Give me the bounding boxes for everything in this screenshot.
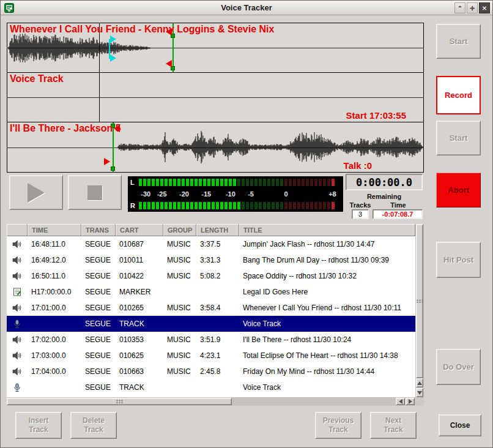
log-row[interactable]: 17:02:00.0SEGUE010353MUSIC3:51.9I'll Be … [7,332,415,348]
audio-icon [7,268,28,284]
meter-led [332,179,335,186]
meter-scale-label: -10 [226,190,235,198]
track1-panel[interactable]: Whenever I Call You Friend - Kenny Loggi… [7,23,423,73]
track2-panel[interactable]: Voice Track Start 17:03:55 [7,73,423,122]
meter-led [310,202,313,209]
down-arrow-icon [417,391,422,395]
pin-button[interactable]: ✛ [467,2,478,13]
meter-led [297,202,300,209]
scroll-left-button[interactable] [396,398,405,405]
log-cell: SEGUE [81,300,116,316]
segue-arrow-bottom-icon[interactable] [166,60,172,67]
meter-led [160,179,163,186]
meter-led [284,179,287,186]
track-icon [7,379,28,395]
meter-led [306,179,309,186]
column-header-cart: CART [116,224,163,236]
next-track-button[interactable]: Next Track [370,412,417,439]
fade-marker-bottom-icon[interactable] [110,54,116,62]
meter-led [190,179,193,186]
meter-right-leds [139,202,335,209]
fade-marker-top-icon[interactable] [110,35,116,43]
shade-button[interactable]: ⌃ [454,2,465,13]
log-row[interactable]: 16:48:11.0SEGUE010687MUSIC3:37.5Jumpin' … [7,236,415,252]
meter-led [216,202,219,209]
meter-led [169,179,172,186]
meter-led [220,179,223,186]
log-row[interactable]: 16:49:12.0SEGUE010011MUSIC3:31.3Bang The… [7,252,415,268]
log-cell: 010011 [116,252,163,268]
meter-led [267,202,270,209]
meter-scale-label: +8 [328,190,336,198]
meter-led [190,202,193,209]
log-row[interactable]: 17:04:00.0SEGUE010663MUSIC2:45.8Friday O… [7,364,415,379]
log-cell: SEGUE [81,332,116,348]
log-cell: Jumpin' Jack Flash -- rdhost 11/30 14:47 [239,236,415,252]
log-cell: TRACK [116,316,163,332]
meter-scale-label: -30 [141,190,150,198]
log-cell: 010663 [116,364,163,379]
log-row[interactable]: H17:00:00.0SEGUEMARKERLegal ID Goes Here [7,284,415,300]
vertical-scrollbar[interactable] [415,224,424,397]
meter-led [229,202,232,209]
play-icon [28,183,45,203]
close-button[interactable]: Close [439,414,481,436]
meter-led [182,179,185,186]
vertical-scrollbar-thumb[interactable] [416,224,423,378]
log-row[interactable]: SEGUETRACKVoice Track [7,316,415,332]
insert-track-button[interactable]: Insert Track [15,412,62,439]
track3-talk-time: Talk :0 [344,160,372,171]
horizontal-scrollbar-thumb[interactable] [7,398,232,405]
meter-led [195,202,198,209]
log-row[interactable]: 16:50:11.0SEGUE010422MUSIC5:08.2Space Od… [7,268,415,284]
log-cell: I'll Be There -- rdhost 11/30 10:24 [239,332,415,348]
meter-led [293,202,296,209]
track-display: Whenever I Call You Friend - Kenny Loggi… [7,23,424,173]
record-button[interactable]: Record [436,76,481,114]
meter-led [143,202,146,209]
log-row[interactable]: 17:03:00.0SEGUE010625MUSIC4:23.1Total Ec… [7,348,415,364]
meter-led [207,202,210,209]
track3-arrow-bottom-icon[interactable] [104,158,110,165]
column-header-length: LENGTH [196,224,239,236]
meter-led [229,179,232,186]
do-over-button[interactable]: Do Over [436,349,481,385]
track3-handle-bottom[interactable] [111,166,115,171]
scroll-up-button[interactable] [416,378,423,387]
log-cell: 16:50:11.0 [28,268,81,284]
hit-post-button[interactable]: Hit Post [436,242,481,278]
meter-led [152,202,155,209]
scroll-down-button[interactable] [416,388,423,397]
close-window-button[interactable]: ✕ [479,2,490,13]
remaining-label: Remaining [346,193,423,200]
meter-led [314,179,317,186]
delete-track-button[interactable]: Delete Track [70,412,117,439]
meter-led [212,202,215,209]
start-track1-button[interactable]: Start [436,24,481,59]
track2-title: Voice Track [10,73,64,84]
track3-panel[interactable]: I'll Be There - Jackson 5 Talk :0 [7,122,423,172]
log-cell [163,379,196,395]
log-cell: 16:49:12.0 [28,252,81,268]
log-cell: SEGUE [81,348,116,364]
titlebar[interactable]: Voice Tracker ⌃ ✛ ✕ [1,1,492,15]
meter-scale-label: -5 [248,190,254,198]
stop-button[interactable] [68,175,122,210]
log-row[interactable]: 17:01:00.0SEGUE010265MUSIC3:58.4Whenever… [7,300,415,316]
log-cell: 3:37.5 [196,236,239,252]
previous-track-button[interactable]: Previous Track [315,412,361,439]
meter-led [327,179,330,186]
meter-led [327,202,330,209]
start-track3-button[interactable]: Start [436,121,481,155]
log-cell [196,284,239,300]
log-cell: Legal ID Goes Here [239,284,415,300]
abort-button[interactable]: Abort [436,173,481,207]
log-row[interactable]: SEGUETRACKVoice Track [7,379,415,395]
stop-icon [87,185,102,200]
play-button[interactable] [9,175,63,210]
log-cell: 16:48:11.0 [28,236,81,252]
meter-scale-label: 0 [284,190,288,198]
scroll-right-button[interactable] [406,398,415,405]
horizontal-scrollbar[interactable] [7,397,415,406]
audio-icon [7,236,28,252]
